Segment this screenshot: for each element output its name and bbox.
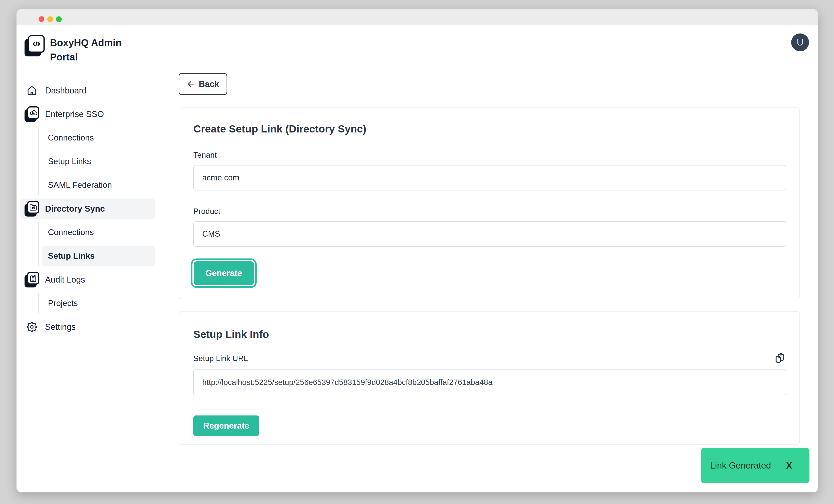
sidebar-item-label: Projects	[48, 299, 78, 308]
setup-link-url-input[interactable]	[193, 369, 786, 395]
sidebar-item-label: Enterprise SSO	[45, 109, 104, 119]
sidebar-item-label: Connections	[48, 133, 94, 143]
product-input[interactable]	[193, 221, 786, 247]
window-controls	[39, 16, 62, 22]
sidebar-item-label: Dashboard	[45, 86, 87, 95]
top-header: U	[160, 25, 818, 60]
toast-close-button[interactable]: X	[786, 461, 792, 470]
back-button[interactable]: Back	[179, 73, 227, 95]
create-setup-link-card: Create Setup Link (Directory Sync) Tenan…	[179, 108, 800, 299]
home-icon	[24, 83, 39, 98]
gear-icon	[24, 319, 39, 335]
sidebar-item-sso-setup-links[interactable]: Setup Links	[42, 151, 155, 172]
card-title: Create Setup Link (Directory Sync)	[193, 123, 785, 135]
avatar[interactable]: U	[791, 34, 809, 51]
sidebar-item-directory-sync[interactable]: Directory Sync	[20, 198, 155, 219]
clipboard-icon	[24, 272, 39, 287]
sso-cloud-icon	[24, 106, 39, 122]
setup-link-info-card: Setup Link Info Setup Link URL	[179, 311, 800, 445]
sidebar-item-label: Settings	[45, 322, 75, 332]
boxyhq-logo-icon	[24, 35, 45, 57]
app-window: BoxyHQ Admin Portal Dashboard	[17, 9, 818, 492]
brand: BoxyHQ Admin Portal	[17, 35, 160, 64]
sidebar-item-dsync-connections[interactable]: Connections	[42, 222, 155, 243]
zoom-window-button[interactable]	[56, 16, 62, 22]
audit-logs-subnav: Projects	[38, 293, 155, 313]
sidebar-item-settings[interactable]: Settings	[20, 317, 155, 337]
copy-button[interactable]	[774, 353, 785, 364]
sidebar: BoxyHQ Admin Portal Dashboard	[17, 25, 160, 492]
sidebar-item-label: Audit Logs	[45, 275, 85, 285]
sidebar-item-label: SAML Federation	[48, 180, 112, 190]
sidebar-item-dashboard[interactable]: Dashboard	[20, 80, 155, 101]
avatar-initial: U	[797, 37, 804, 48]
main-area: U Back Create Setup Link (Directory Sync…	[160, 25, 818, 492]
generate-button[interactable]: Generate	[194, 261, 254, 285]
minimize-window-button[interactable]	[47, 16, 53, 22]
close-window-button[interactable]	[39, 16, 44, 22]
arrow-left-icon	[187, 80, 195, 88]
sidebar-item-label: Setup Links	[48, 251, 95, 261]
sidebar-item-sso-connections[interactable]: Connections	[42, 128, 155, 148]
sidebar-item-enterprise-sso[interactable]: Enterprise SSO	[20, 104, 155, 125]
tenant-input[interactable]	[193, 165, 786, 191]
copy-icon	[774, 353, 785, 364]
sidebar-item-label: Directory Sync	[45, 204, 105, 214]
folder-sync-icon	[24, 201, 39, 217]
back-button-label: Back	[199, 80, 219, 89]
app-title: BoxyHQ Admin Portal	[50, 36, 130, 64]
tenant-label: Tenant	[193, 150, 785, 160]
toast-link-generated: Link Generated X	[701, 448, 810, 483]
window-titlebar	[17, 9, 818, 25]
sidebar-item-projects[interactable]: Projects	[42, 293, 155, 313]
product-label: Product	[193, 206, 785, 216]
setup-link-url-label: Setup Link URL	[193, 354, 248, 363]
sidebar-item-label: Setup Links	[48, 157, 91, 166]
sidebar-item-audit-logs[interactable]: Audit Logs	[20, 269, 155, 290]
directory-sync-subnav: Connections Setup Links	[38, 222, 155, 266]
toast-message: Link Generated	[710, 461, 771, 470]
sidebar-item-label: Connections	[48, 228, 94, 237]
sidebar-nav: Dashboard Enterprise	[17, 80, 160, 337]
card-title: Setup Link Info	[193, 328, 785, 341]
sidebar-item-saml-federation[interactable]: SAML Federation	[42, 175, 155, 195]
regenerate-button[interactable]: Regenerate	[193, 415, 259, 436]
sidebar-item-dsync-setup-links[interactable]: Setup Links	[42, 246, 155, 266]
enterprise-sso-subnav: Connections Setup Links SAML Federation	[38, 128, 155, 195]
page-content: Back Create Setup Link (Directory Sync) …	[160, 60, 818, 492]
